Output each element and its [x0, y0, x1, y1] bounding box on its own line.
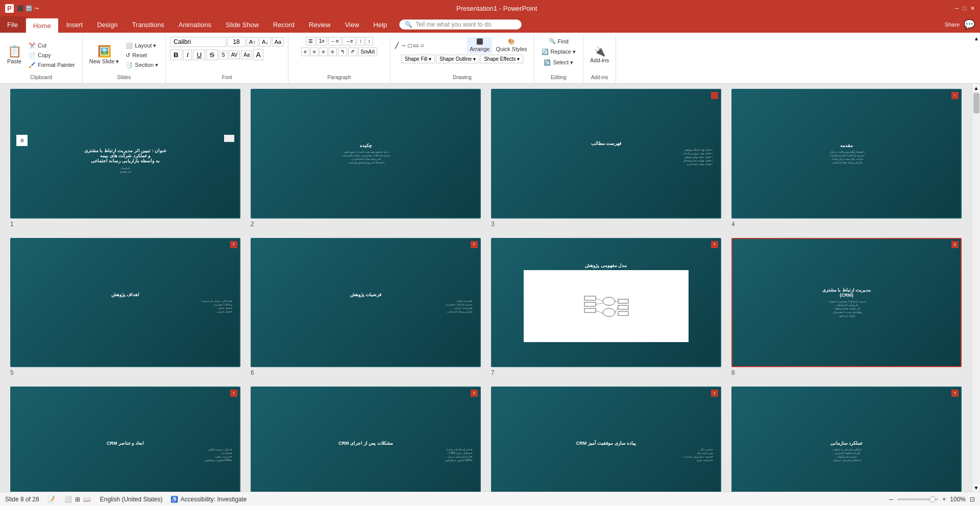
fit-slide-button[interactable]: ⊡	[970, 496, 975, 503]
numbering-button[interactable]: 1≡	[316, 37, 327, 45]
rtl-button[interactable]: ↰	[338, 47, 347, 56]
shape-fill-button[interactable]: Shape Fill ▾	[401, 55, 435, 63]
slide-5-thumb[interactable]: ۲ اهداف پژوهش هدف کلی: بررسی اثر مدیریت …	[10, 238, 240, 368]
align-left-button[interactable]: ≡	[301, 47, 309, 56]
slide-sorter-button[interactable]: ⊞	[74, 495, 81, 504]
italic-button[interactable]: I	[183, 50, 192, 60]
slide-2-thumb[interactable]: چکیده در این تحقیق سعی شده است با مرور د…	[251, 89, 481, 219]
scroll-thumb[interactable]	[973, 93, 979, 113]
arrange-button[interactable]: ⬛ Arrange	[467, 37, 492, 54]
copy-label: Copy	[38, 52, 51, 58]
select-button[interactable]: ↘️ Select ▾	[541, 58, 576, 67]
new-slide-button[interactable]: 🖼️ New Slide ▾	[87, 44, 122, 66]
menu-insert[interactable]: Insert	[59, 16, 90, 33]
oval-shape[interactable]: ○	[420, 41, 424, 50]
font-size-input[interactable]	[227, 37, 246, 47]
decrease-indent-button[interactable]: ←≡	[328, 37, 341, 45]
section-button[interactable]: 📑 Section ▾	[122, 61, 161, 69]
columns-button[interactable]: ⫶	[357, 37, 364, 45]
slide-9-thumb[interactable]: ۶ ابعاد و عناصر CRM ▸ مرکز مدیریتی کارای…	[10, 387, 240, 492]
shape-outline-button[interactable]: Shape Outline ▾	[436, 55, 479, 63]
linespacing-button[interactable]: ↕	[365, 37, 373, 45]
font-group: A↑ A↓ Aa B I U S S AV Aa A Font	[166, 35, 288, 83]
increase-font-button[interactable]: A↑	[247, 37, 258, 46]
slide-12-thumb[interactable]: ۹ عملکرد سازمانی عملکرد سازمانی به عنوان…	[731, 387, 962, 492]
arrow-shape[interactable]: →	[400, 41, 407, 50]
reading-view-button[interactable]: 📖	[82, 495, 92, 504]
slide-12-container: ۹ عملکرد سازمانی عملکرد سازمانی به عنوان…	[731, 387, 962, 492]
notes-button[interactable]: 📝	[47, 496, 55, 503]
line-shape[interactable]: ╱	[395, 41, 399, 50]
format-painter-button[interactable]: 🖌️ Format Painter	[26, 61, 78, 69]
slide-1-seal	[224, 135, 234, 142]
paste-button[interactable]: 📋 Paste	[4, 44, 24, 66]
bold-button[interactable]: B	[170, 50, 182, 60]
justify-button[interactable]: ≡	[329, 47, 337, 56]
strikethrough-button[interactable]: S	[206, 50, 218, 60]
tell-me-box[interactable]: 🔍 Tell me what you want to do	[399, 19, 522, 30]
rect-shape[interactable]: □	[407, 41, 412, 50]
increase-indent-button[interactable]: →≡	[342, 37, 356, 45]
slide-11-container: ۸ پیاده سازی موفقیت آمیز CRM ▸ پنجره نگر…	[491, 387, 721, 492]
addins-button[interactable]: 🔌 Add-ins	[587, 45, 611, 65]
layout-button[interactable]: ⬜ Layout ▾	[122, 41, 161, 50]
cut-button[interactable]: ✂️ Cut	[26, 41, 78, 50]
menu-slideshow[interactable]: Slide Show	[218, 16, 266, 33]
fontcolor-button[interactable]: A	[253, 49, 263, 60]
underline-button[interactable]: U	[193, 50, 205, 60]
slide-3-thumb[interactable]: فهرست مطالب ✓ فصل اول: اهداف پژوهش ✓ فصل…	[491, 89, 721, 219]
menu-animations[interactable]: Animations	[172, 16, 218, 33]
menu-view[interactable]: View	[338, 16, 366, 33]
slide-4-badge: ۱	[951, 92, 959, 99]
menu-home[interactable]: Home	[26, 18, 58, 33]
quick-styles-button[interactable]: 🎨 Quick Styles	[493, 37, 529, 54]
maximize-icon[interactable]: □	[963, 5, 966, 11]
zoom-out-button[interactable]: ─	[889, 496, 894, 503]
menu-record[interactable]: Record	[266, 16, 302, 33]
shape-effects-button[interactable]: Shape Effects ▾	[480, 55, 523, 63]
slide-10-thumb[interactable]: ۷ مشکلات پس از اجرای CRM ▸ عدم ارتباط دا…	[251, 387, 481, 492]
smartart-button[interactable]: SmArt	[358, 47, 378, 56]
slide-8-thumb[interactable]: ۵ مدیریت ارتباط با مشتری(CRM) مدیریت ارت…	[731, 238, 962, 368]
slide-11-thumb[interactable]: ۸ پیاده سازی موفقیت آمیز CRM ▸ پنجره نگر…	[491, 387, 721, 492]
decrease-font-button[interactable]: A↓	[259, 37, 271, 46]
slides-label: Slides	[117, 74, 131, 81]
charspacing-button[interactable]: AV	[229, 51, 240, 59]
menu-design[interactable]: Design	[90, 16, 125, 33]
slide-6-thumb[interactable]: ۳ فرضیات پژوهش ▸ فرضیه اصلی: مدیریت ارتب…	[251, 238, 481, 368]
menu-review[interactable]: Review	[302, 16, 338, 33]
menu-transitions[interactable]: Transitions	[125, 16, 172, 33]
share-button[interactable]: Share	[945, 21, 960, 28]
para-row1: ☰ 1≡ ←≡ →≡ ⫶ ↕	[306, 37, 373, 45]
menu-file[interactable]: File	[0, 16, 25, 33]
font-name-input[interactable]	[170, 37, 226, 47]
close-icon[interactable]: ✕	[970, 5, 975, 12]
align-center-button[interactable]: ≡	[310, 47, 318, 56]
minimize-icon[interactable]: ─	[955, 5, 959, 11]
scroll-down-button[interactable]: ▼	[972, 484, 981, 492]
accessibility-status[interactable]: ♿ Accessibility: Investigate	[170, 496, 247, 503]
slide-7-thumb[interactable]: ۴ مدل مفهومی پژوهش	[491, 238, 721, 368]
replace-button[interactable]: 🔄 Replace ▾	[538, 47, 579, 56]
align-right-button[interactable]: ≡	[320, 47, 328, 56]
menu-help[interactable]: Help	[366, 16, 395, 33]
ltr-button[interactable]: ↱	[348, 47, 357, 56]
ribbon-collapse-button[interactable]: ▲	[974, 36, 979, 41]
shadow-button[interactable]: S	[219, 51, 228, 59]
scroll-track	[972, 92, 980, 484]
zoom-in-button[interactable]: +	[942, 496, 946, 503]
slide-4-thumb[interactable]: ۱ مقدمه با توسعه و گسترش رقابت در بازار.…	[731, 89, 962, 219]
find-button[interactable]: 🔍 Find	[546, 37, 572, 45]
normal-view-button[interactable]: ⬜	[63, 495, 73, 504]
bullets-button[interactable]: ☰	[306, 37, 315, 45]
reset-button[interactable]: ↺ Reset	[122, 51, 161, 60]
changecase-button[interactable]: Aa	[241, 51, 252, 59]
slide-1-thumb[interactable]: 🏛️ عنوان : تبیین اثر مدیریت ارتباط با مش…	[10, 89, 240, 219]
rounded-rect-shape[interactable]: ▭	[412, 41, 419, 50]
slide-7-diagram	[524, 270, 689, 342]
comments-icon[interactable]: 💬	[964, 19, 975, 30]
scroll-up-button[interactable]: ▲	[972, 84, 981, 92]
clear-format-button[interactable]: Aa	[272, 37, 284, 46]
zoom-slider[interactable]	[897, 498, 938, 500]
copy-button[interactable]: 📄 Copy	[26, 51, 78, 60]
